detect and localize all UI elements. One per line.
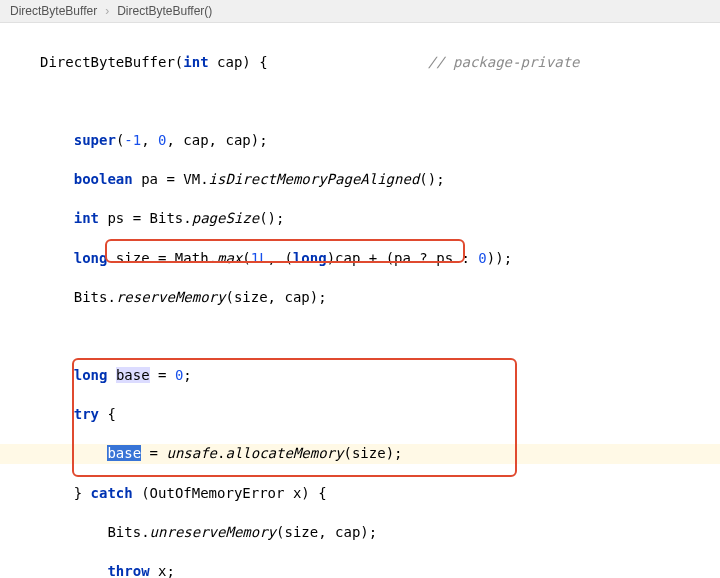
code-line: super(-1, 0, cap, cap); (40, 131, 720, 151)
breadcrumb-item-class[interactable]: DirectByteBuffer (10, 4, 97, 18)
code-line: long size = Math.max(1L, (long)cap + (pa… (40, 249, 720, 269)
breadcrumb[interactable]: DirectByteBuffer › DirectByteBuffer() (0, 0, 720, 23)
code-line: DirectByteBuffer(int cap) { // package-p… (40, 53, 720, 73)
code-line: throw x; (40, 562, 720, 578)
code-line: try { (40, 405, 720, 425)
code-line: Bits.reserveMemory(size, cap); (40, 288, 720, 308)
code-line: } catch (OutOfMemoryError x) { (40, 484, 720, 504)
code-line (40, 327, 720, 347)
code-line: boolean pa = VM.isDirectMemoryPageAligne… (40, 170, 720, 190)
code-line: long base = 0; (40, 366, 720, 386)
breadcrumb-item-method[interactable]: DirectByteBuffer() (117, 4, 212, 18)
code-line: Bits.unreserveMemory(size, cap); (40, 523, 720, 543)
code-line-current: base = unsafe.allocateMemory(size); (40, 444, 720, 464)
chevron-right-icon: › (105, 4, 109, 18)
selection: base (107, 445, 141, 461)
code-editor[interactable]: DirectByteBuffer(int cap) { // package-p… (0, 23, 720, 578)
code-line: int ps = Bits.pageSize(); (40, 209, 720, 229)
code-line (40, 92, 720, 112)
